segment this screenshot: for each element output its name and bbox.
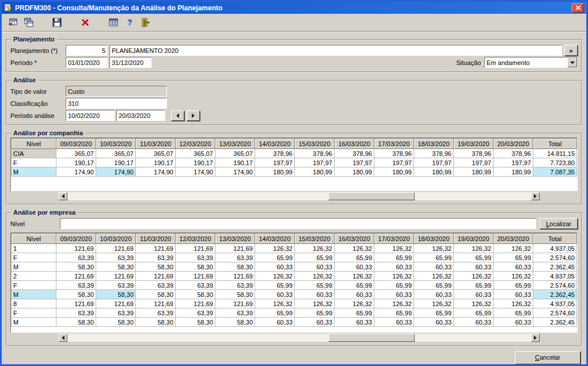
total-cell[interactable]: 7.087,35 <box>533 167 577 177</box>
table-row[interactable]: M58,3058,3058,3058,3058,3060,3360,3360,3… <box>12 318 577 327</box>
value-cell[interactable]: 65,99 <box>295 281 335 290</box>
value-cell[interactable]: 174,90 <box>215 167 255 177</box>
value-cell[interactable]: 58,30 <box>96 262 136 272</box>
value-cell[interactable]: 121,69 <box>176 272 215 281</box>
exit-button[interactable] <box>138 16 153 30</box>
value-cell[interactable]: 65,99 <box>454 308 494 318</box>
column-header[interactable]: 09/03/2020 <box>56 234 96 244</box>
nivel-cell[interactable]: M <box>12 262 56 272</box>
total-cell[interactable]: 2.574,60 <box>533 281 577 290</box>
value-cell[interactable]: 60,33 <box>255 290 295 299</box>
periodo-fim-input[interactable] <box>109 57 151 68</box>
scroll-right-button[interactable] <box>531 334 540 342</box>
value-cell[interactable]: 365,07 <box>56 149 96 158</box>
value-cell[interactable]: 60,33 <box>335 262 374 272</box>
value-cell[interactable]: 121,69 <box>56 244 96 253</box>
value-cell[interactable]: 65,99 <box>295 253 335 262</box>
value-cell[interactable]: 126,32 <box>494 244 533 253</box>
value-cell[interactable]: 60,33 <box>414 318 454 327</box>
nivel-cell[interactable]: F <box>12 253 56 262</box>
value-cell[interactable]: 378,96 <box>335 149 374 158</box>
dropdown-button[interactable] <box>567 58 577 67</box>
value-cell[interactable]: 58,30 <box>176 318 215 327</box>
scrollbar-thumb[interactable] <box>328 334 415 342</box>
value-cell[interactable]: 63,39 <box>176 253 215 262</box>
value-cell[interactable]: 126,32 <box>295 244 335 253</box>
column-header[interactable]: 11/03/2020 <box>136 234 176 244</box>
value-cell[interactable]: 126,32 <box>454 299 494 308</box>
value-cell[interactable]: 65,99 <box>414 281 454 290</box>
close-button[interactable] <box>572 3 584 13</box>
value-cell[interactable]: 60,33 <box>374 262 414 272</box>
nivel-cell[interactable]: M <box>12 290 56 299</box>
planejamento-lookup-button[interactable]: » <box>564 45 578 56</box>
value-cell[interactable]: 197,97 <box>454 158 494 167</box>
column-header[interactable]: 13/03/2020 <box>215 234 255 244</box>
value-cell[interactable]: 60,33 <box>494 290 533 299</box>
value-cell[interactable]: 60,33 <box>494 262 533 272</box>
column-header[interactable]: 17/03/2020 <box>374 139 414 149</box>
value-cell[interactable]: 58,30 <box>96 290 136 299</box>
save-button[interactable] <box>50 16 64 30</box>
value-cell[interactable]: 65,99 <box>454 281 494 290</box>
total-cell[interactable]: 4.937,05 <box>533 299 577 308</box>
nivel-cell[interactable]: M <box>12 318 56 327</box>
value-cell[interactable]: 180,99 <box>295 167 335 177</box>
value-cell[interactable]: 60,33 <box>454 318 494 327</box>
value-cell[interactable]: 197,97 <box>414 158 454 167</box>
table-row[interactable]: 8121,69121,69121,69121,69121,69126,32126… <box>12 299 577 308</box>
value-cell[interactable]: 63,39 <box>96 308 136 318</box>
value-cell[interactable]: 60,33 <box>454 262 494 272</box>
column-header[interactable]: 16/03/2020 <box>335 234 374 244</box>
value-cell[interactable]: 65,99 <box>414 308 454 318</box>
navigate-record-button[interactable] <box>5 16 20 30</box>
value-cell[interactable]: 60,33 <box>255 318 295 327</box>
scroll-left-button[interactable] <box>59 192 67 200</box>
value-cell[interactable]: 58,30 <box>215 318 255 327</box>
value-cell[interactable]: 180,99 <box>494 167 533 177</box>
total-cell[interactable]: 4.937,05 <box>533 244 577 253</box>
nivel-cell[interactable]: 2 <box>12 272 56 281</box>
value-cell[interactable]: 126,32 <box>494 272 533 281</box>
table-row[interactable]: M174,90174,90174,90174,90174,90180,99180… <box>12 167 577 177</box>
value-cell[interactable]: 365,07 <box>96 149 136 158</box>
value-cell[interactable]: 58,30 <box>215 290 255 299</box>
value-cell[interactable]: 126,32 <box>335 299 374 308</box>
column-header[interactable]: 14/03/2020 <box>255 234 295 244</box>
value-cell[interactable]: 190,17 <box>136 158 176 167</box>
value-cell[interactable]: 378,96 <box>374 149 414 158</box>
value-cell[interactable]: 63,39 <box>136 281 176 290</box>
column-header[interactable]: 19/03/2020 <box>454 234 494 244</box>
column-header[interactable]: 17/03/2020 <box>374 234 414 244</box>
value-cell[interactable]: 121,69 <box>136 299 176 308</box>
value-cell[interactable]: 378,96 <box>255 149 295 158</box>
value-cell[interactable]: 180,99 <box>414 167 454 177</box>
periodo-inicio-input[interactable] <box>66 57 108 68</box>
table-row[interactable]: CIA365,07365,07365,07365,07365,07378,963… <box>12 149 577 158</box>
nivel-cell[interactable]: M <box>12 167 56 177</box>
column-header[interactable]: Total <box>533 234 577 244</box>
value-cell[interactable]: 65,99 <box>255 308 295 318</box>
value-cell[interactable]: 63,39 <box>56 253 96 262</box>
value-cell[interactable]: 126,32 <box>374 272 414 281</box>
value-cell[interactable]: 190,17 <box>56 158 96 167</box>
value-cell[interactable]: 63,39 <box>176 281 215 290</box>
value-cell[interactable]: 174,90 <box>56 167 96 177</box>
value-cell[interactable]: 126,32 <box>255 244 295 253</box>
value-cell[interactable]: 65,99 <box>494 308 533 318</box>
column-header[interactable]: 18/03/2020 <box>414 234 454 244</box>
value-cell[interactable]: 126,32 <box>295 272 335 281</box>
previous-period-button[interactable] <box>171 110 184 121</box>
value-cell[interactable]: 121,69 <box>56 299 96 308</box>
value-cell[interactable]: 63,39 <box>56 308 96 318</box>
periodo-analise-fim-input[interactable] <box>116 110 165 121</box>
periodo-analise-inicio-input[interactable] <box>66 110 115 121</box>
column-header[interactable]: 20/03/2020 <box>494 139 533 149</box>
value-cell[interactable]: 65,99 <box>454 253 494 262</box>
value-cell[interactable]: 126,32 <box>414 272 454 281</box>
value-cell[interactable]: 60,33 <box>295 262 335 272</box>
localizar-button[interactable]: Localizar <box>540 218 578 229</box>
value-cell[interactable]: 60,33 <box>255 262 295 272</box>
total-cell[interactable]: 14.811,15 <box>533 149 577 158</box>
value-cell[interactable]: 63,39 <box>215 253 255 262</box>
